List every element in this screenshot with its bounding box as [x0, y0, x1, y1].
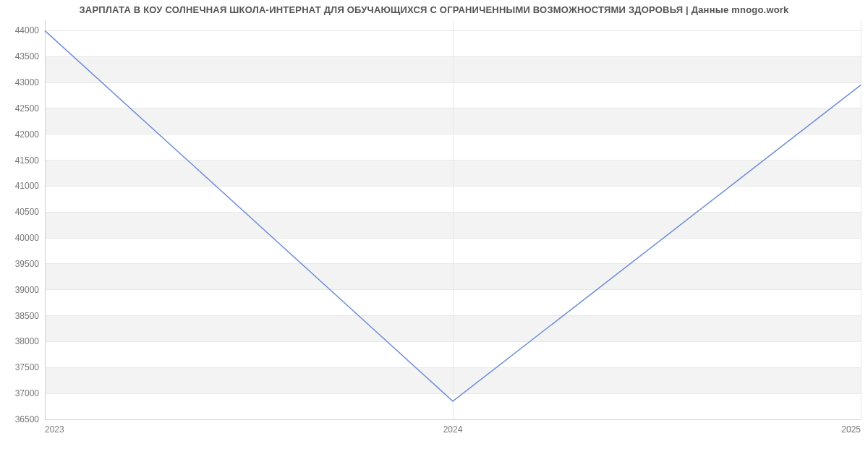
y-tick-label: 37000	[15, 388, 40, 398]
y-tick-label: 37500	[15, 362, 40, 372]
y-tick-label: 43500	[15, 51, 40, 61]
y-tick-label: 39500	[15, 259, 40, 269]
y-tick-label: 38500	[15, 311, 40, 321]
y-tick-label: 44000	[15, 25, 40, 35]
y-tick-label: 40500	[15, 207, 40, 217]
y-tick-label: 40000	[15, 233, 40, 243]
y-tick-label: 38000	[15, 336, 40, 346]
chart-canvas: 3650037000375003800038500390003950040000…	[0, 0, 868, 470]
x-tick-label: 2024	[443, 424, 463, 435]
salary-line-chart: ЗАРПЛАТА В КОУ СОЛНЕЧНАЯ ШКОЛА-ИНТЕРНАТ …	[0, 0, 868, 470]
x-tick-label: 2023	[45, 424, 64, 435]
y-tick-label: 39000	[15, 285, 40, 295]
y-tick-label: 42000	[15, 129, 40, 140]
y-tick-label: 41000	[15, 181, 40, 191]
y-tick-label: 41500	[15, 155, 40, 166]
y-tick-label: 43000	[15, 77, 40, 87]
x-tick-label: 2025	[841, 424, 861, 435]
y-tick-label: 42500	[15, 103, 40, 114]
y-tick-label: 36500	[15, 414, 40, 424]
